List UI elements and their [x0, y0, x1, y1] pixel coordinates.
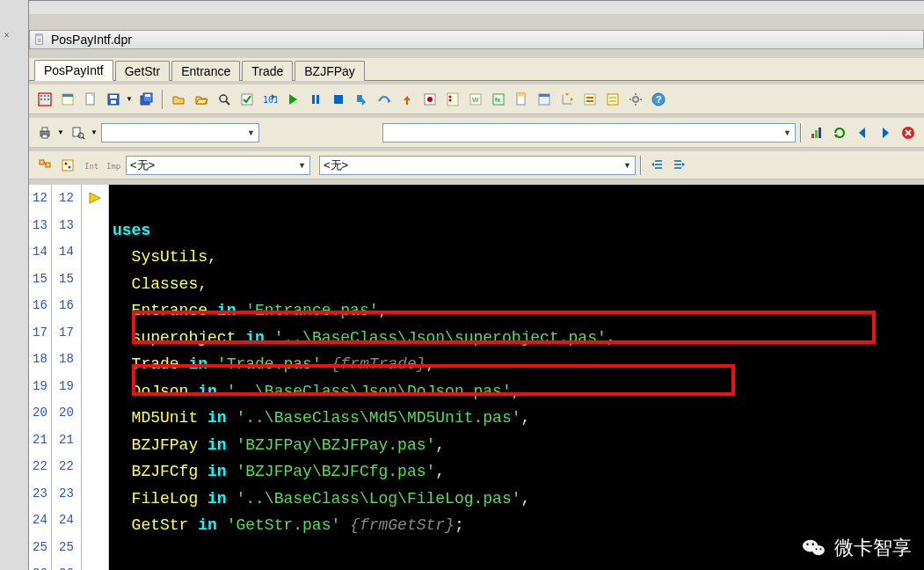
- dropdown-arrow[interactable]: ▼: [55, 128, 66, 136]
- method-combo[interactable]: ▼: [382, 123, 796, 142]
- bars-chart-icon[interactable]: [806, 122, 827, 143]
- line-marker[interactable]: [82, 319, 108, 347]
- line-marker[interactable]: [82, 427, 108, 454]
- evaluate-icon[interactable]: fx: [488, 89, 509, 110]
- save-all-icon[interactable]: [136, 89, 157, 110]
- align-grid-icon[interactable]: [34, 89, 55, 110]
- line-number: 13: [29, 212, 51, 239]
- close-red-icon[interactable]: [898, 122, 919, 143]
- code-line[interactable]: {$R *.res}: [109, 566, 924, 570]
- line-marker[interactable]: [82, 212, 108, 239]
- gutter-outer: 121314151617181920212223242526: [29, 185, 52, 570]
- dock-tab[interactable]: ×: [0, 26, 13, 43]
- svg-rect-42: [517, 93, 525, 96]
- stop-icon[interactable]: [328, 89, 349, 110]
- refresh-icon[interactable]: [829, 122, 850, 143]
- code-line[interactable]: Classes,: [109, 271, 924, 298]
- nav-fwd-icon[interactable]: [875, 122, 896, 143]
- printer-icon[interactable]: [34, 122, 55, 143]
- dropdown-arrow[interactable]: ▼: [124, 95, 135, 103]
- pause-icon[interactable]: [305, 89, 326, 110]
- marker-strip: [82, 185, 108, 570]
- code-line[interactable]: DoJson in '..\BaseClass\Json\DoJson.pas'…: [109, 378, 924, 406]
- step-out-icon[interactable]: [397, 89, 418, 110]
- step-over-icon[interactable]: [374, 89, 395, 110]
- class-combo[interactable]: ▼: [101, 123, 259, 142]
- tab-pospayintf[interactable]: PosPayIntf: [34, 60, 113, 81]
- impl-icon[interactable]: Impl: [103, 155, 124, 176]
- intf-icon[interactable]: Intf: [80, 155, 101, 176]
- toggle-bp-icon[interactable]: [419, 89, 440, 110]
- line-number: 18: [52, 346, 81, 373]
- tab-trade[interactable]: Trade: [242, 61, 293, 81]
- line-marker[interactable]: [82, 534, 108, 561]
- indent-left-icon[interactable]: [646, 155, 667, 176]
- line-number: 21: [52, 427, 81, 454]
- options-icon[interactable]: [602, 89, 623, 110]
- line-marker[interactable]: [82, 480, 108, 508]
- new-form-icon[interactable]: [57, 89, 78, 110]
- breakpoints-icon[interactable]: [442, 89, 463, 110]
- code-line[interactable]: SysUtils,: [109, 244, 924, 271]
- code-line[interactable]: Entrance in 'Entrance.pas',: [109, 297, 924, 325]
- check-icon[interactable]: [236, 89, 258, 110]
- line-marker[interactable]: [82, 292, 108, 319]
- run-to-icon[interactable]: 101: [259, 89, 280, 110]
- svg-marker-86: [651, 163, 654, 166]
- svg-text:W: W: [472, 96, 479, 104]
- code-editor[interactable]: uses SysUtils, Classes, Entrance in 'Ent…: [109, 185, 924, 570]
- code-line[interactable]: [109, 190, 924, 217]
- code-line[interactable]: FileLog in '..\BaseClass\Log\FileLog.pas…: [109, 486, 924, 513]
- code-line[interactable]: MD5Unit in '..\BaseClass\Md5\MD5Unit.pas…: [109, 405, 924, 432]
- watch-icon[interactable]: W: [465, 89, 486, 110]
- code-line[interactable]: superobject in '..\BaseClass\Json\supero…: [109, 325, 924, 352]
- trace-into-icon[interactable]: [351, 89, 372, 110]
- indent-right-icon[interactable]: [669, 155, 690, 176]
- open-icon[interactable]: [168, 89, 189, 110]
- line-marker[interactable]: [82, 560, 108, 570]
- nav-back-icon[interactable]: [852, 122, 873, 143]
- find-icon[interactable]: [214, 89, 235, 110]
- svg-text:101: 101: [263, 95, 277, 105]
- line-number: 26: [52, 560, 81, 570]
- save-icon[interactable]: [103, 89, 124, 110]
- toggle-icon[interactable]: [557, 89, 578, 110]
- tab-bzjfpay[interactable]: BZJFPay: [295, 61, 365, 81]
- code-line[interactable]: Trade in 'Trade.pas' {frmTrade},: [109, 351, 924, 378]
- code-line[interactable]: uses: [109, 217, 924, 245]
- help-icon[interactable]: ?: [648, 89, 669, 110]
- tab-getstr[interactable]: GetStr: [115, 61, 170, 81]
- new-file-icon[interactable]: [80, 89, 101, 110]
- line-marker[interactable]: [82, 507, 108, 534]
- gear-icon[interactable]: [625, 89, 646, 110]
- svg-line-23: [226, 101, 229, 105]
- structure-icon[interactable]: [34, 155, 55, 176]
- svg-rect-28: [312, 95, 315, 104]
- code-line[interactable]: BZJFCfg in 'BZJFPay\BZJFCfg.pas',: [109, 458, 924, 486]
- form-icon[interactable]: [534, 89, 555, 110]
- scope-combo-2[interactable]: <无>▼: [319, 156, 636, 175]
- line-marker[interactable]: [82, 266, 108, 293]
- line-number: 16: [29, 292, 51, 319]
- play-icon[interactable]: [282, 89, 303, 110]
- open-folder-icon[interactable]: [191, 89, 212, 110]
- unit-icon[interactable]: [511, 89, 532, 110]
- members-icon[interactable]: [57, 155, 78, 176]
- code-line[interactable]: BZJFPay in 'BZJFPay\BZJFPay.pas',: [109, 432, 924, 459]
- execution-marker-icon[interactable]: [82, 185, 108, 212]
- project-icon[interactable]: [579, 89, 600, 110]
- dropdown-arrow[interactable]: ▼: [89, 128, 99, 136]
- line-marker[interactable]: [82, 346, 108, 373]
- line-number: 25: [29, 534, 51, 561]
- line-marker[interactable]: [82, 453, 108, 480]
- line-marker[interactable]: [82, 373, 108, 400]
- svg-rect-44: [539, 94, 549, 97]
- line-marker[interactable]: [82, 238, 108, 266]
- svg-point-97: [820, 548, 822, 550]
- tab-entrance[interactable]: Entrance: [171, 61, 240, 81]
- line-marker[interactable]: [82, 399, 108, 427]
- print-preview-icon[interactable]: [68, 122, 89, 143]
- scope-combo-1[interactable]: <无>▼: [126, 156, 310, 175]
- svg-rect-78: [62, 160, 73, 171]
- line-number: 22: [52, 453, 81, 480]
